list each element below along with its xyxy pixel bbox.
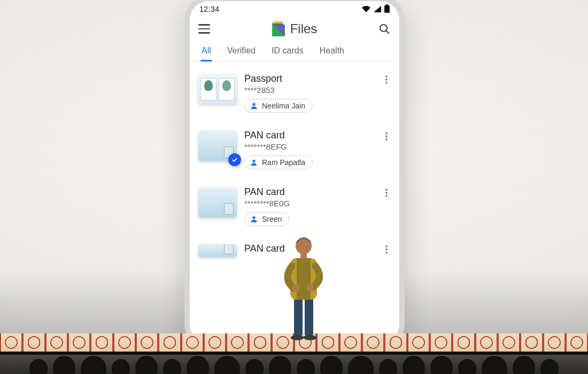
svg-point-10 (252, 160, 255, 162)
svg-marker-1 (272, 21, 283, 24)
svg-point-9 (385, 82, 387, 83)
tab-label: Verified (227, 46, 256, 55)
thumbnail (198, 130, 237, 161)
svg-point-13 (385, 138, 387, 140)
status-time: 12:34 (199, 5, 220, 13)
thumbnail-image (198, 244, 237, 257)
status-bar: 12:34 (190, 1, 399, 17)
menu-button[interactable] (198, 22, 211, 35)
item-subtitle: *******8EFG (244, 142, 374, 151)
thumbnail (198, 73, 237, 104)
svg-point-27 (292, 285, 300, 292)
more-vert-icon (381, 188, 392, 198)
svg-point-15 (385, 189, 387, 191)
svg-point-4 (380, 25, 387, 32)
svg-point-30 (296, 237, 312, 254)
svg-point-16 (385, 192, 387, 193)
owner-name: Neelima Jain (262, 102, 305, 110)
svg-point-28 (306, 284, 314, 291)
list-item[interactable]: Passport ****2853 Neelima Jain (198, 66, 394, 122)
tab-health[interactable]: Health (319, 42, 345, 61)
tab-label: Health (320, 46, 344, 55)
svg-point-7 (385, 76, 387, 77)
item-more-button[interactable] (381, 186, 394, 200)
search-button[interactable] (378, 22, 391, 35)
svg-rect-21 (294, 295, 303, 337)
thumbnail (198, 186, 237, 217)
phone-power-button (399, 135, 402, 156)
item-body: Passport ****2853 Neelima Jain (244, 73, 374, 113)
audience (0, 353, 588, 374)
owner-chip[interactable]: Sreen (244, 212, 289, 226)
thumbnail (198, 243, 237, 257)
more-vert-icon (381, 131, 392, 142)
thumbnail-image (198, 74, 237, 104)
tab-label: ID cards (272, 46, 304, 55)
owner-chip[interactable]: Ram Papatla (244, 155, 313, 169)
app-title: Files (290, 21, 318, 36)
svg-rect-26 (297, 258, 311, 300)
svg-point-8 (385, 79, 387, 80)
files-app-icon (272, 21, 285, 36)
svg-point-20 (385, 252, 387, 253)
presenter (272, 229, 336, 341)
status-icons (362, 5, 390, 13)
svg-point-14 (252, 216, 255, 219)
item-title: PAN card (244, 186, 374, 198)
svg-point-19 (385, 248, 387, 250)
item-body: PAN card ********8E0G Sreen (244, 186, 374, 226)
item-subtitle: ********8E0G (244, 199, 374, 208)
svg-line-5 (386, 30, 389, 34)
item-title: PAN card (244, 130, 374, 141)
signal-icon (374, 6, 381, 12)
more-vert-icon (381, 74, 392, 85)
svg-point-24 (304, 335, 316, 340)
svg-point-11 (385, 133, 387, 134)
tab-id-cards[interactable]: ID cards (270, 42, 305, 61)
svg-rect-22 (305, 295, 313, 337)
svg-point-23 (291, 335, 304, 340)
svg-point-18 (385, 246, 387, 247)
owner-name: Sreen (262, 215, 282, 223)
person-icon (250, 215, 258, 223)
phone-volume-button (399, 87, 402, 124)
tab-all[interactable]: All (200, 42, 212, 61)
app-header: Files (190, 17, 399, 40)
owner-chip[interactable]: Neelima Jain (244, 99, 313, 113)
item-subtitle: ****2853 (244, 85, 374, 95)
verified-badge (228, 153, 241, 166)
app-title-wrap: Files (272, 21, 318, 36)
owner-name: Ram Papatla (262, 158, 305, 167)
person-icon (250, 102, 258, 110)
thumbnail-image (198, 188, 237, 217)
item-title: Passport (244, 73, 374, 84)
check-icon (231, 156, 238, 163)
battery-icon (384, 5, 390, 13)
item-body: PAN card *******8EFG Ram Papatla (244, 130, 374, 169)
svg-point-12 (385, 135, 387, 137)
item-more-button[interactable] (381, 130, 394, 144)
svg-point-17 (385, 195, 387, 197)
svg-point-6 (252, 103, 255, 106)
wifi-icon (362, 5, 370, 13)
item-more-button[interactable] (381, 73, 394, 87)
list-item[interactable]: PAN card ********8E0G Sreen (198, 179, 394, 236)
item-more-button[interactable] (381, 243, 394, 257)
more-vert-icon (381, 244, 392, 255)
tabs: All Verified ID cards Health (190, 40, 399, 61)
person-icon (250, 158, 258, 167)
tab-label: All (202, 46, 211, 55)
tab-verified[interactable]: Verified (226, 42, 257, 61)
list-item[interactable]: PAN card *******8EFG Ram Papatla (198, 122, 394, 179)
